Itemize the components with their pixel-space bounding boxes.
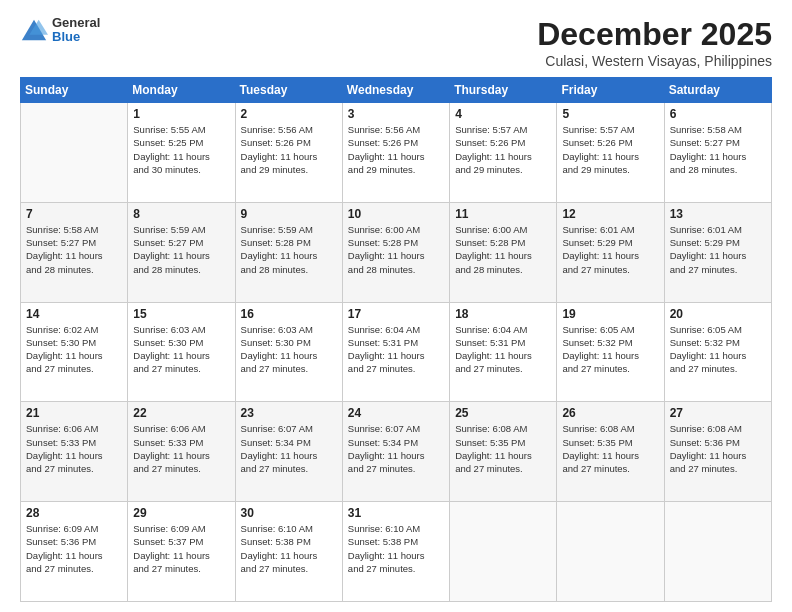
table-row: 20Sunrise: 6:05 AMSunset: 5:32 PMDayligh… xyxy=(664,302,771,402)
day-number: 12 xyxy=(562,207,658,221)
title-block: December 2025 Culasi, Western Visayas, P… xyxy=(537,16,772,69)
day-number: 5 xyxy=(562,107,658,121)
header: General Blue December 2025 Culasi, Weste… xyxy=(20,16,772,69)
logo-text: General Blue xyxy=(52,16,100,45)
table-row: 12Sunrise: 6:01 AMSunset: 5:29 PMDayligh… xyxy=(557,202,664,302)
day-info: Sunrise: 6:07 AMSunset: 5:34 PMDaylight:… xyxy=(241,422,337,475)
calendar-week-row: 14Sunrise: 6:02 AMSunset: 5:30 PMDayligh… xyxy=(21,302,772,402)
day-number: 3 xyxy=(348,107,444,121)
day-number: 4 xyxy=(455,107,551,121)
logo-blue-text: Blue xyxy=(52,30,100,44)
calendar-week-row: 28Sunrise: 6:09 AMSunset: 5:36 PMDayligh… xyxy=(21,502,772,602)
table-row: 24Sunrise: 6:07 AMSunset: 5:34 PMDayligh… xyxy=(342,402,449,502)
day-number: 21 xyxy=(26,406,122,420)
table-row: 11Sunrise: 6:00 AMSunset: 5:28 PMDayligh… xyxy=(450,202,557,302)
table-row: 8Sunrise: 5:59 AMSunset: 5:27 PMDaylight… xyxy=(128,202,235,302)
day-number: 15 xyxy=(133,307,229,321)
header-friday: Friday xyxy=(557,78,664,103)
day-info: Sunrise: 6:01 AMSunset: 5:29 PMDaylight:… xyxy=(670,223,766,276)
table-row xyxy=(557,502,664,602)
day-info: Sunrise: 6:09 AMSunset: 5:37 PMDaylight:… xyxy=(133,522,229,575)
day-info: Sunrise: 5:55 AMSunset: 5:25 PMDaylight:… xyxy=(133,123,229,176)
main-title: December 2025 xyxy=(537,16,772,53)
table-row: 19Sunrise: 6:05 AMSunset: 5:32 PMDayligh… xyxy=(557,302,664,402)
day-info: Sunrise: 6:04 AMSunset: 5:31 PMDaylight:… xyxy=(455,323,551,376)
day-info: Sunrise: 6:00 AMSunset: 5:28 PMDaylight:… xyxy=(455,223,551,276)
day-info: Sunrise: 6:08 AMSunset: 5:35 PMDaylight:… xyxy=(562,422,658,475)
day-number: 9 xyxy=(241,207,337,221)
table-row: 23Sunrise: 6:07 AMSunset: 5:34 PMDayligh… xyxy=(235,402,342,502)
day-info: Sunrise: 5:58 AMSunset: 5:27 PMDaylight:… xyxy=(670,123,766,176)
table-row: 5Sunrise: 5:57 AMSunset: 5:26 PMDaylight… xyxy=(557,103,664,203)
day-number: 23 xyxy=(241,406,337,420)
calendar-week-row: 1Sunrise: 5:55 AMSunset: 5:25 PMDaylight… xyxy=(21,103,772,203)
header-wednesday: Wednesday xyxy=(342,78,449,103)
table-row: 3Sunrise: 5:56 AMSunset: 5:26 PMDaylight… xyxy=(342,103,449,203)
subtitle: Culasi, Western Visayas, Philippines xyxy=(537,53,772,69)
day-info: Sunrise: 6:06 AMSunset: 5:33 PMDaylight:… xyxy=(26,422,122,475)
day-info: Sunrise: 6:09 AMSunset: 5:36 PMDaylight:… xyxy=(26,522,122,575)
day-info: Sunrise: 6:04 AMSunset: 5:31 PMDaylight:… xyxy=(348,323,444,376)
day-number: 1 xyxy=(133,107,229,121)
day-number: 13 xyxy=(670,207,766,221)
table-row: 31Sunrise: 6:10 AMSunset: 5:38 PMDayligh… xyxy=(342,502,449,602)
day-info: Sunrise: 6:10 AMSunset: 5:38 PMDaylight:… xyxy=(241,522,337,575)
table-row xyxy=(450,502,557,602)
table-row: 28Sunrise: 6:09 AMSunset: 5:36 PMDayligh… xyxy=(21,502,128,602)
day-number: 26 xyxy=(562,406,658,420)
day-info: Sunrise: 6:07 AMSunset: 5:34 PMDaylight:… xyxy=(348,422,444,475)
day-info: Sunrise: 6:03 AMSunset: 5:30 PMDaylight:… xyxy=(241,323,337,376)
table-row: 2Sunrise: 5:56 AMSunset: 5:26 PMDaylight… xyxy=(235,103,342,203)
day-info: Sunrise: 6:02 AMSunset: 5:30 PMDaylight:… xyxy=(26,323,122,376)
page: General Blue December 2025 Culasi, Weste… xyxy=(0,0,792,612)
day-number: 25 xyxy=(455,406,551,420)
day-number: 7 xyxy=(26,207,122,221)
day-info: Sunrise: 6:05 AMSunset: 5:32 PMDaylight:… xyxy=(562,323,658,376)
table-row: 4Sunrise: 5:57 AMSunset: 5:26 PMDaylight… xyxy=(450,103,557,203)
day-number: 16 xyxy=(241,307,337,321)
day-info: Sunrise: 5:58 AMSunset: 5:27 PMDaylight:… xyxy=(26,223,122,276)
header-sunday: Sunday xyxy=(21,78,128,103)
table-row: 14Sunrise: 6:02 AMSunset: 5:30 PMDayligh… xyxy=(21,302,128,402)
table-row: 17Sunrise: 6:04 AMSunset: 5:31 PMDayligh… xyxy=(342,302,449,402)
day-number: 17 xyxy=(348,307,444,321)
day-number: 28 xyxy=(26,506,122,520)
day-info: Sunrise: 5:56 AMSunset: 5:26 PMDaylight:… xyxy=(348,123,444,176)
day-number: 14 xyxy=(26,307,122,321)
day-number: 31 xyxy=(348,506,444,520)
day-info: Sunrise: 6:08 AMSunset: 5:35 PMDaylight:… xyxy=(455,422,551,475)
day-info: Sunrise: 6:08 AMSunset: 5:36 PMDaylight:… xyxy=(670,422,766,475)
table-row: 18Sunrise: 6:04 AMSunset: 5:31 PMDayligh… xyxy=(450,302,557,402)
header-thursday: Thursday xyxy=(450,78,557,103)
table-row xyxy=(664,502,771,602)
logo-icon xyxy=(20,16,48,44)
day-number: 30 xyxy=(241,506,337,520)
table-row: 29Sunrise: 6:09 AMSunset: 5:37 PMDayligh… xyxy=(128,502,235,602)
day-number: 11 xyxy=(455,207,551,221)
day-number: 29 xyxy=(133,506,229,520)
header-monday: Monday xyxy=(128,78,235,103)
table-row xyxy=(21,103,128,203)
table-row: 22Sunrise: 6:06 AMSunset: 5:33 PMDayligh… xyxy=(128,402,235,502)
day-number: 18 xyxy=(455,307,551,321)
table-row: 13Sunrise: 6:01 AMSunset: 5:29 PMDayligh… xyxy=(664,202,771,302)
day-number: 8 xyxy=(133,207,229,221)
table-row: 10Sunrise: 6:00 AMSunset: 5:28 PMDayligh… xyxy=(342,202,449,302)
logo: General Blue xyxy=(20,16,100,45)
day-number: 10 xyxy=(348,207,444,221)
day-number: 6 xyxy=(670,107,766,121)
day-info: Sunrise: 5:57 AMSunset: 5:26 PMDaylight:… xyxy=(562,123,658,176)
table-row: 27Sunrise: 6:08 AMSunset: 5:36 PMDayligh… xyxy=(664,402,771,502)
day-number: 20 xyxy=(670,307,766,321)
table-row: 16Sunrise: 6:03 AMSunset: 5:30 PMDayligh… xyxy=(235,302,342,402)
day-info: Sunrise: 5:59 AMSunset: 5:27 PMDaylight:… xyxy=(133,223,229,276)
day-info: Sunrise: 6:06 AMSunset: 5:33 PMDaylight:… xyxy=(133,422,229,475)
day-number: 24 xyxy=(348,406,444,420)
header-saturday: Saturday xyxy=(664,78,771,103)
day-info: Sunrise: 5:56 AMSunset: 5:26 PMDaylight:… xyxy=(241,123,337,176)
day-info: Sunrise: 5:59 AMSunset: 5:28 PMDaylight:… xyxy=(241,223,337,276)
table-row: 6Sunrise: 5:58 AMSunset: 5:27 PMDaylight… xyxy=(664,103,771,203)
table-row: 25Sunrise: 6:08 AMSunset: 5:35 PMDayligh… xyxy=(450,402,557,502)
table-row: 7Sunrise: 5:58 AMSunset: 5:27 PMDaylight… xyxy=(21,202,128,302)
day-number: 27 xyxy=(670,406,766,420)
